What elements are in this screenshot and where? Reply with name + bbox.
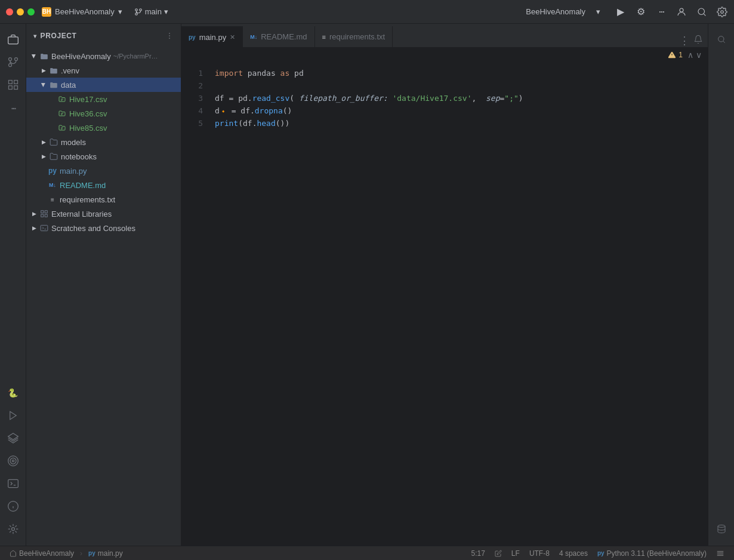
minimize-button[interactable] <box>17 8 24 16</box>
eq-sign: = <box>229 93 238 105</box>
sidebar-options-icon[interactable] <box>165 32 174 40</box>
data-name: data <box>61 81 76 90</box>
scratches-name: Scratches and Consoles <box>51 224 135 233</box>
models-name: models <box>61 138 86 147</box>
activity-python[interactable]: 🐍 <box>2 382 24 404</box>
sidebar-item-root[interactable]: ▶ BeeHiveAnomaly ~/PycharmPr… <box>26 49 181 63</box>
activity-git-bottom[interactable] <box>2 518 24 540</box>
svg-point-1 <box>135 13 137 15</box>
sidebar-item-hive85[interactable]: Hive85.csv <box>26 121 181 135</box>
status-py-icon: py <box>88 550 95 556</box>
debug-button[interactable]: ⚙ <box>635 6 647 18</box>
sidebar-item-hive17[interactable]: Hive17.csv <box>26 92 181 106</box>
tab-main-py[interactable]: py main.py ✕ <box>181 26 243 47</box>
status-project-item[interactable]: BeeHiveAnomaly <box>5 549 79 558</box>
sidebar-item-notebooks[interactable]: ▶ notebooks <box>26 149 181 164</box>
md-readme-icon: M↓ <box>48 180 57 190</box>
status-project-name: BeeHiveAnomaly <box>19 549 74 558</box>
svg-point-2 <box>139 8 141 11</box>
tab-requirements-txt[interactable]: ≡ requirements.txt <box>315 26 393 47</box>
svg-point-3 <box>680 8 683 12</box>
status-file-item[interactable]: py main.py <box>84 549 128 558</box>
status-cursor[interactable]: 5:17 <box>467 549 490 558</box>
right-bar-db[interactable] <box>711 518 732 540</box>
sidebar-item-readme[interactable]: M↓ README.md <box>26 178 181 192</box>
status-edit-icon <box>495 550 502 557</box>
titlebar-project[interactable]: BH BeeHiveAnomaly ▾ <box>42 7 122 17</box>
sidebar-item-hive36[interactable]: Hive36.csv <box>26 106 181 121</box>
search-button[interactable] <box>696 6 708 18</box>
activity-target[interactable] <box>2 450 24 472</box>
activity-more[interactable]: ··· <box>2 97 24 118</box>
sidebar-header[interactable]: ▾ Project <box>26 24 181 48</box>
status-bar: BeeHiveAnomaly › py main.py 5:17 LF UTF-… <box>0 546 734 560</box>
titlebar-branch[interactable]: main ▾ <box>134 7 168 16</box>
sidebar-item-data[interactable]: ▶ data <box>26 78 181 92</box>
project-name: BeeHiveAnomaly <box>55 7 115 16</box>
activity-git[interactable] <box>2 51 24 73</box>
status-indent-icon-item[interactable] <box>711 549 729 558</box>
run-button[interactable]: ▶ <box>615 6 627 18</box>
close-button[interactable] <box>6 8 13 16</box>
extlibs-icon <box>39 209 49 219</box>
status-utf8: UTF-8 <box>529 549 550 558</box>
kw-as: as <box>280 67 290 80</box>
svg-rect-26 <box>45 211 47 213</box>
more-options-button[interactable]: ··· <box>655 6 667 18</box>
sidebar-item-requirements[interactable]: ≡ requirements.txt <box>26 192 181 207</box>
root-name: BeeHiveAnomaly <box>51 52 111 61</box>
code-area[interactable]: import pandas as pd df = pd . read_c <box>210 63 708 546</box>
tab-notification-button[interactable] <box>693 35 703 47</box>
maximize-button[interactable] <box>27 8 35 16</box>
df-var: df <box>215 93 229 105</box>
status-indent-value: 4 spaces <box>559 549 588 558</box>
sidebar-item-mainpy[interactable]: py main.py <box>26 164 181 178</box>
svg-point-18 <box>12 460 14 461</box>
notebooks-name: notebooks <box>61 152 97 161</box>
tab-options-button[interactable]: ⋮ <box>679 34 690 47</box>
warning-badge[interactable]: 1 <box>668 51 683 59</box>
status-indent[interactable]: 4 spaces <box>554 549 593 558</box>
right-bar-top[interactable] <box>711 29 732 50</box>
folder-root-icon <box>39 51 49 61</box>
read-csv-func: read_csv <box>252 93 290 105</box>
status-edit-icon-item[interactable] <box>490 550 507 557</box>
tab-main-py-close[interactable]: ✕ <box>230 33 235 41</box>
svg-rect-27 <box>41 214 44 217</box>
activity-bar: ··· 🐍 <box>0 24 26 546</box>
status-python-icon: py <box>597 550 605 556</box>
settings-button[interactable] <box>716 6 728 18</box>
tab-main-py-icon: py <box>189 34 196 41</box>
titlebar-chevron: ▾ <box>596 7 600 16</box>
nav-down-button[interactable]: ∨ <box>696 50 702 60</box>
status-python[interactable]: py Python 3.11 (BeeHiveAnomaly) <box>593 549 711 558</box>
activity-info[interactable] <box>2 496 24 517</box>
df-ref3: df <box>243 118 252 130</box>
status-line-ending[interactable]: LF <box>507 549 525 558</box>
traffic-lights <box>6 8 35 16</box>
svg-rect-29 <box>41 225 48 230</box>
hive85-name: Hive85.csv <box>69 124 107 133</box>
main-layout: ··· 🐍 ▾ Project <box>0 24 734 546</box>
sidebar-tree: ▶ BeeHiveAnomaly ~/PycharmPr… ▶ .venv ▶ <box>26 48 181 546</box>
dropna-func: dropna <box>255 105 283 118</box>
account-button[interactable] <box>676 6 687 18</box>
activity-terminal[interactable] <box>2 473 24 494</box>
sidebar-item-models[interactable]: ▶ models <box>26 135 181 149</box>
activity-folder[interactable] <box>2 29 24 50</box>
arrow-data: ▶ <box>39 81 48 89</box>
nav-up-button[interactable]: ∧ <box>687 50 693 60</box>
csv-hive17-icon <box>57 94 67 104</box>
sidebar-item-extlibs[interactable]: ▶ External Libraries <box>26 207 181 221</box>
status-encoding[interactable]: UTF-8 <box>525 549 554 558</box>
status-right: 5:17 LF UTF-8 4 spaces py Python 3.11 (B… <box>467 549 730 558</box>
status-cursor-pos: 5:17 <box>471 549 485 558</box>
sidebar-item-venv[interactable]: ▶ .venv <box>26 63 181 78</box>
activity-structure[interactable] <box>2 74 24 96</box>
activity-run[interactable] <box>2 405 24 426</box>
tab-readme-md[interactable]: M↓ README.md <box>243 26 314 47</box>
tab-requirements-label: requirements.txt <box>329 32 385 41</box>
activity-layers[interactable] <box>2 427 24 449</box>
sidebar-item-scratches[interactable]: ▶ Scratches and Consoles <box>26 221 181 235</box>
param-filepath: filepath_or_buffer: <box>294 93 388 105</box>
